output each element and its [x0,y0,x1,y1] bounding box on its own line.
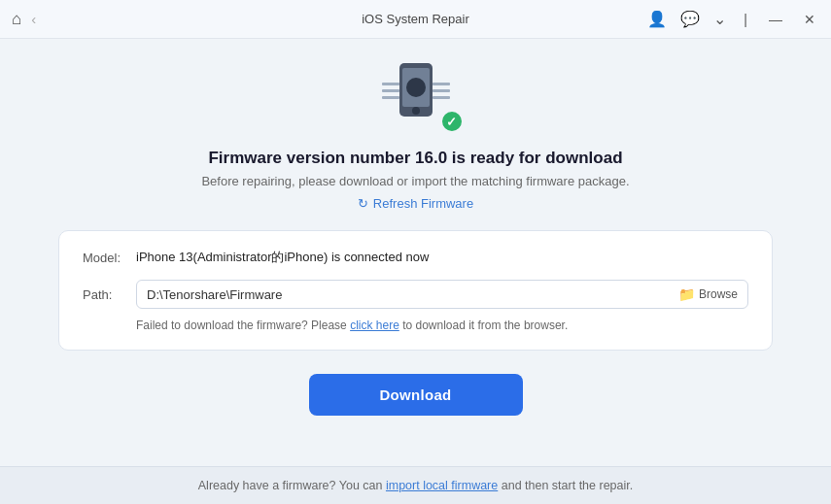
footer: Already have a firmware? You can import … [0,466,831,504]
refresh-firmware-link[interactable]: ↻ Refresh Firmware [358,196,473,211]
model-label: Model: [83,251,136,265]
model-value: iPhone 13(Administrator的iPhone) is conne… [136,249,429,266]
refresh-label: Refresh Firmware [373,196,473,211]
message-icon[interactable]: 💬 [680,10,700,28]
main-content: Firmware version number 16.0 is ready fo… [0,39,831,466]
svg-rect-6 [433,89,450,92]
refresh-icon: ↻ [358,196,368,211]
info-card: Model: iPhone 13(Administrator的iPhone) i… [58,230,773,351]
failed-message: Failed to download the firmware? Please … [136,319,748,332]
title-bar-controls: 👤 💬 ⌄ | — ✕ [647,10,819,29]
svg-rect-5 [382,89,399,92]
path-value: D:\Tenorshare\Firmware [147,287,282,302]
firmware-heading: Firmware version number 16.0 is ready fo… [208,149,622,168]
home-icon[interactable]: ⌂ [12,10,21,29]
device-icon-area [372,58,460,135]
back-icon[interactable]: ‹ [31,11,36,27]
folder-icon: 📁 [678,286,695,302]
path-input-wrap: D:\Tenorshare\Firmware 📁 Browse [136,280,748,309]
app-title: iOS System Repair [362,12,469,26]
path-row: Path: D:\Tenorshare\Firmware 📁 Browse [83,280,748,309]
download-button[interactable]: Download [309,374,523,416]
failed-prefix: Failed to download the firmware? Please [136,319,350,332]
user-icon[interactable]: 👤 [647,10,667,28]
svg-rect-7 [382,96,399,99]
download-button-wrap: Download [309,374,523,416]
svg-point-2 [406,78,426,97]
svg-rect-4 [433,83,450,85]
minimize-button[interactable]: — [765,10,786,29]
title-bar: ⌂ ‹ iOS System Repair 👤 💬 ⌄ | — ✕ [0,0,831,39]
svg-rect-8 [433,96,450,99]
path-label: Path: [83,287,136,302]
footer-suffix: and then start the repair. [498,479,633,492]
browse-button[interactable]: 📁 Browse [678,286,738,302]
title-bar-left: ⌂ ‹ [12,10,36,29]
click-here-link[interactable]: click here [350,319,399,332]
footer-prefix: Already have a firmware? You can [198,479,386,492]
failed-suffix: to download it from the browser. [399,319,568,332]
firmware-subheading: Before repairing, please download or imp… [201,174,629,188]
model-row: Model: iPhone 13(Administrator的iPhone) i… [83,249,748,266]
close-button[interactable]: ✕ [800,10,819,29]
svg-rect-3 [382,83,399,85]
divider-bar: | [740,10,751,29]
svg-point-9 [412,107,420,115]
chevron-down-icon[interactable]: ⌄ [713,10,726,28]
check-badge [440,110,464,133]
import-firmware-link[interactable]: import local firmware [386,479,498,492]
browse-label: Browse [699,287,738,301]
